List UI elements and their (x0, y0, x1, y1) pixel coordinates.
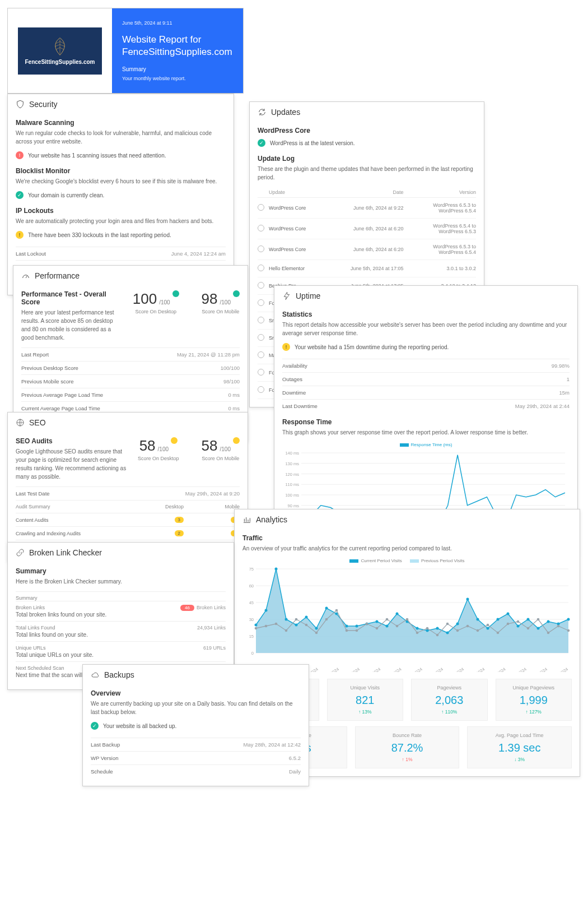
svg-point-66 (456, 623, 459, 625)
gear-icon (258, 225, 264, 231)
overview-desc: We are currently backing up your site on… (91, 699, 301, 716)
svg-line-5 (60, 48, 64, 50)
svg-text:140 ms: 140 ms (285, 451, 299, 456)
broken-link-row: Broken LinksTotal broken links found on … (16, 601, 226, 621)
svg-point-71 (507, 613, 510, 615)
gear-icon (258, 386, 264, 393)
svg-point-96 (436, 634, 439, 637)
update-version: WordPress 6.5.3 to WordPress 6.5.4 (415, 244, 476, 255)
card-delta: ↓ 3% (471, 757, 568, 762)
svg-point-83 (305, 624, 308, 627)
ip-heading: IP Lockouts (16, 207, 226, 215)
panel-title: Performance (35, 271, 80, 280)
backups-panel: Backups Overview We are currently backin… (82, 664, 309, 786)
backup-row: WP Version6.5.2 (91, 751, 301, 764)
svg-point-80 (275, 623, 278, 625)
svg-point-89 (366, 623, 368, 625)
card-title: Unique Visits (331, 685, 400, 691)
traffic-desc: An overview of your traffic analytics fo… (242, 544, 572, 553)
gear-icon (258, 282, 264, 289)
panel-title: SEO (29, 418, 46, 427)
seo-desktop-score: 58 (139, 437, 156, 455)
svg-text:May 31, 2024: May 31, 2024 (483, 666, 506, 672)
stat-card: Pageviews 2,063 ↑ 110% (411, 679, 488, 721)
count-pill: 46 (180, 605, 194, 611)
svg-text:May 21, 2024: May 21, 2024 (379, 666, 402, 672)
stat-card: Bounce Rate 87.2% ↑ 1% (355, 726, 460, 768)
svg-point-77 (567, 618, 570, 621)
uptime-status: Your website had a 15m downtime during t… (295, 344, 449, 350)
svg-point-73 (527, 618, 530, 621)
svg-text:May 25, 2024: May 25, 2024 (421, 666, 444, 672)
update-name: Hello Elementor (269, 266, 342, 271)
malware-status: Your website has 1 scanning issues that … (28, 152, 166, 159)
summary-desc: Here is the Broken Link Checker summary. (16, 577, 226, 586)
card-delta: ↑ 13% (331, 709, 400, 715)
svg-text:May 27, 2024: May 27, 2024 (441, 666, 465, 672)
col-version: Version (415, 189, 476, 195)
svg-point-67 (466, 598, 469, 601)
card-value: 1,999 (500, 694, 568, 707)
update-row: WordPress Core June 6th, 2024 at 9:22 Wo… (258, 198, 476, 219)
last-lockout-value: June 4, 2024 12:24 am (171, 251, 226, 257)
ok-badge-icon (172, 290, 179, 297)
svg-point-90 (376, 627, 379, 630)
svg-text:130 ms: 130 ms (285, 461, 299, 466)
svg-point-86 (335, 609, 338, 612)
svg-text:May 17, 2024: May 17, 2024 (337, 666, 361, 672)
rt-heading: Response Time (282, 418, 570, 426)
broken-link-row: Total Links FoundTotal links found on yo… (16, 621, 226, 641)
uptime-row: Last DowntimeMay 29th, 2024 at 2:44 (282, 399, 570, 413)
site-logo: FenceSittingSupplies.com (18, 27, 102, 75)
seo-mobile-score: 58 (202, 437, 218, 455)
stats-desc: This report details how accessible your … (282, 321, 570, 337)
perf-row: Last ReportMay 21, 2024 @ 11:28 pm (21, 347, 240, 361)
svg-point-85 (325, 618, 328, 621)
card-value: 2,063 (415, 694, 484, 707)
svg-point-103 (507, 623, 510, 625)
seo-desc: Google Lighthouse SEO audits ensure that… (16, 447, 127, 481)
card-value: 1.39 sec (471, 742, 568, 754)
gear-icon (258, 245, 264, 252)
svg-point-104 (517, 620, 520, 623)
card-value: 87.2% (359, 742, 456, 754)
svg-point-46 (255, 624, 258, 627)
card-title: Bounce Rate (359, 733, 456, 738)
uptime-row: Downtime15m (282, 386, 570, 399)
blocklist-desc: We're checking Google's blocklist every … (16, 177, 226, 186)
svg-point-48 (275, 568, 278, 571)
svg-point-78 (255, 627, 258, 630)
malware-desc: We run regular code checks to look for v… (16, 129, 226, 146)
uptime-row: Outages1 (282, 372, 570, 386)
gear-icon (258, 204, 264, 211)
perf-row: Previous Average Page Load Time0 ms (21, 388, 240, 401)
report-date: June 5th, 2024 at 9:11 (122, 20, 233, 26)
sub-summary: Summary (16, 591, 226, 601)
card-title: Unique Pageviews (500, 685, 568, 691)
svg-point-74 (537, 627, 540, 630)
perf-desc: Here are your latest performance test re… (21, 308, 122, 342)
svg-point-69 (487, 627, 489, 630)
malware-heading: Malware Scanning (16, 119, 226, 127)
update-date: June 6th, 2024 at 6:20 (342, 247, 414, 252)
svg-text:Jun 2, 2024: Jun 2, 2024 (506, 666, 527, 672)
svg-point-92 (396, 625, 399, 628)
warning-icon: ! (16, 231, 24, 239)
update-name: WordPress Core (269, 247, 342, 252)
backup-status: Your website is all backed up. (103, 723, 176, 729)
error-icon: ! (16, 151, 24, 159)
uptime-row: Availability99.98% (282, 359, 570, 372)
seo-heading: SEO Audits (16, 437, 127, 445)
svg-line-6 (56, 48, 60, 50)
svg-text:30: 30 (249, 617, 254, 622)
svg-point-100 (477, 629, 479, 632)
update-row: Hello Elementor June 5th, 2024 at 17:05 … (258, 260, 476, 277)
check-icon: ✓ (258, 139, 265, 147)
svg-point-102 (497, 632, 500, 634)
cloud-icon (91, 670, 100, 679)
svg-point-82 (295, 618, 298, 621)
svg-point-99 (466, 625, 469, 628)
shield-icon (16, 100, 25, 109)
last-test-value: May 29th, 2024 at 9:20 (185, 490, 240, 497)
stat-card: Unique Pageviews 1,999 ↑ 127% (496, 679, 572, 721)
